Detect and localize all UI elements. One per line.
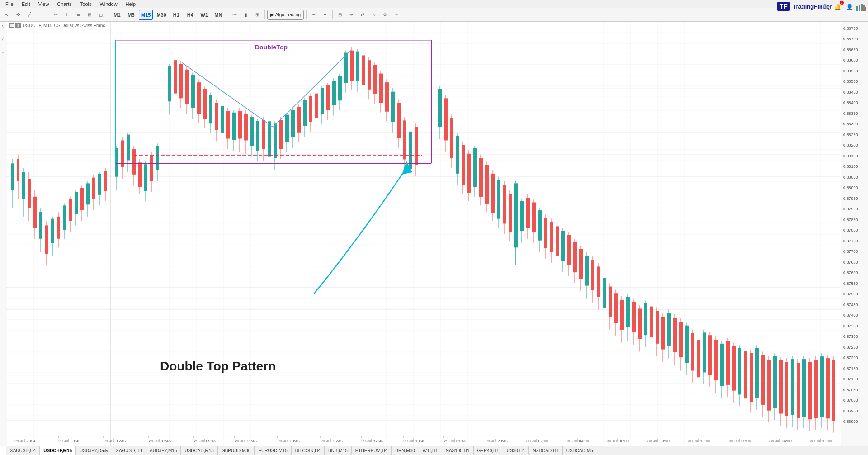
tab-eurusd-m15[interactable]: EURUSD,M15 (255, 446, 291, 455)
svg-rect-3 (863, 5, 865, 11)
menu-tools[interactable]: Tools (76, 1, 95, 7)
svg-text:29 Jul 2024: 29 Jul 2024 (14, 439, 36, 443)
tab-audjpy-m15[interactable]: AUDJPY,M15 (146, 446, 181, 455)
tab-usdcad-m15[interactable]: USDCAD,M15 (181, 446, 217, 455)
menu-help[interactable]: Help (122, 1, 140, 7)
svg-rect-289 (808, 362, 812, 419)
separator-5 (306, 10, 307, 19)
menu-window[interactable]: Window (96, 1, 121, 7)
gann-tool[interactable]: ⊞ (85, 10, 94, 20)
hline-tool[interactable]: — (39, 10, 49, 20)
autoscroll-btn[interactable]: ⇥ (346, 10, 356, 20)
cursor-tool[interactable]: ↖ (2, 10, 12, 20)
tab-xagusd-h4[interactable]: XAGUSD,H4 (112, 446, 146, 455)
svg-rect-30 (22, 172, 25, 199)
indicator-btn[interactable]: ∿ (369, 10, 379, 20)
svg-rect-139 (350, 51, 354, 81)
svg-text:0.88550: 0.88550 (843, 69, 858, 73)
chart-shift-btn[interactable]: ⇄ (358, 10, 368, 20)
menu-file[interactable]: File (2, 1, 17, 7)
svg-rect-147 (373, 65, 377, 94)
settings-mini-chart[interactable] (856, 2, 866, 12)
tab-bitcoin-h4[interactable]: BITCOIN,H4 (292, 446, 325, 455)
tab-usdcad-m5[interactable]: USDCAD,M5 (563, 446, 597, 455)
svg-rect-47 (69, 199, 72, 221)
menu-edit[interactable]: Edit (18, 1, 34, 7)
tab-us30-h1[interactable]: US30,H1 (503, 446, 529, 455)
grid-btn[interactable]: ⊞ (335, 10, 345, 20)
tab-bnb-m15[interactable]: BNB,M15 (325, 446, 352, 455)
svg-text:0.88350: 0.88350 (843, 111, 858, 116)
tf-mn[interactable]: MN (212, 10, 225, 20)
svg-rect-113 (274, 123, 277, 158)
svg-rect-207 (567, 235, 571, 265)
tool-hline[interactable]: — (0, 43, 6, 48)
templates-btn[interactable]: ⚙ (380, 10, 390, 20)
shape-tool[interactable]: ◻ (96, 10, 106, 20)
svg-rect-253 (703, 332, 706, 372)
svg-rect-115 (279, 120, 283, 149)
pen-tool[interactable]: ✏ (51, 10, 61, 20)
svg-rect-1 (859, 5, 860, 11)
tab-ger40-h1[interactable]: GER40,H1 (474, 446, 503, 455)
tab-xauusd-h4[interactable]: XAUUSD,H4 (6, 446, 40, 455)
algo-trading-button[interactable]: ▶ Algo Trading (267, 10, 304, 20)
svg-rect-34 (33, 197, 37, 228)
tab-brn-m30[interactable]: BRN,M30 (392, 446, 419, 455)
account-icon[interactable]: 👤 (844, 2, 854, 12)
svg-rect-137 (344, 53, 348, 83)
tab-nas100-h1[interactable]: NAS100,H1 (442, 446, 474, 455)
tf-w1[interactable]: W1 (198, 10, 211, 20)
svg-text:0.88200: 0.88200 (843, 143, 858, 147)
zoom-out-btn[interactable]: − (309, 10, 319, 20)
tool-line[interactable]: ╱ (0, 36, 6, 42)
line-tool[interactable]: ╱ (24, 10, 34, 20)
chart-icon: 📊 (9, 23, 14, 28)
menu-charts[interactable]: Charts (53, 1, 75, 7)
chart-type-candle[interactable]: ⊞ (252, 10, 262, 20)
svg-text:0.87100: 0.87100 (843, 377, 858, 381)
more-tools-btn[interactable]: ⋯ (392, 10, 401, 20)
svg-text:0.87500: 0.87500 (843, 292, 858, 296)
chart-type-line[interactable]: 〜 (230, 10, 240, 20)
svg-rect-233 (644, 303, 647, 335)
svg-rect-257 (714, 340, 718, 380)
tool-cross[interactable]: + (0, 30, 6, 35)
svg-rect-173 (467, 154, 471, 193)
chart-type-bar[interactable]: ▮ (241, 10, 251, 20)
zoom-in-btn[interactable]: + (320, 10, 330, 20)
tf-m5[interactable]: M5 (125, 10, 137, 20)
tab-ethereum-h4[interactable]: ETHEREUM,H4 (352, 446, 392, 455)
svg-text:0.88450: 0.88450 (843, 90, 858, 95)
svg-rect-237 (656, 311, 659, 343)
svg-text:30 Jul 02:00: 30 Jul 02:00 (526, 439, 548, 443)
fib-tool[interactable]: ≋ (73, 10, 83, 20)
tab-nzdcad-h1[interactable]: NZDCAD,H1 (529, 446, 562, 455)
svg-text:0.87200: 0.87200 (843, 355, 858, 360)
tab-gbpusd-m30[interactable]: GBPUSD,M30 (218, 446, 255, 455)
tf-m30[interactable]: M30 (154, 10, 168, 20)
svg-text:30 Jul 06:00: 30 Jul 06:00 (607, 439, 629, 443)
svg-text:0.88400: 0.88400 (843, 100, 858, 105)
tab-usdchf-m15[interactable]: USDCHF,M15 (40, 446, 76, 455)
svg-rect-215 (591, 260, 594, 290)
svg-rect-26 (11, 163, 14, 190)
tab-wti-h1[interactable]: WTI,H1 (419, 446, 442, 455)
tf-h4[interactable]: H4 (184, 10, 197, 20)
svg-text:29 Jul 05:45: 29 Jul 05:45 (104, 439, 126, 443)
svg-rect-91 (209, 95, 212, 124)
tf-h1[interactable]: H1 (170, 10, 183, 20)
tab-usdjpy-daily[interactable]: USDJPY,Daily (76, 446, 112, 455)
tf-m15[interactable]: M15 (139, 10, 153, 20)
tool-cursor[interactable]: ↖ (0, 24, 6, 29)
tf-m1[interactable]: M1 (111, 10, 123, 20)
crosshair-tool[interactable]: ✛ (13, 10, 23, 20)
svg-rect-251 (697, 340, 700, 377)
notification-icon[interactable]: 🔔 1 (833, 2, 843, 12)
search-icon[interactable]: 🔍 (821, 2, 831, 12)
svg-rect-267 (744, 351, 747, 398)
text-tool[interactable]: T (62, 10, 72, 20)
tool-rect[interactable]: □ (0, 49, 6, 54)
menu-view[interactable]: View (35, 1, 53, 7)
svg-text:29 Jul 23:45: 29 Jul 23:45 (486, 439, 508, 443)
